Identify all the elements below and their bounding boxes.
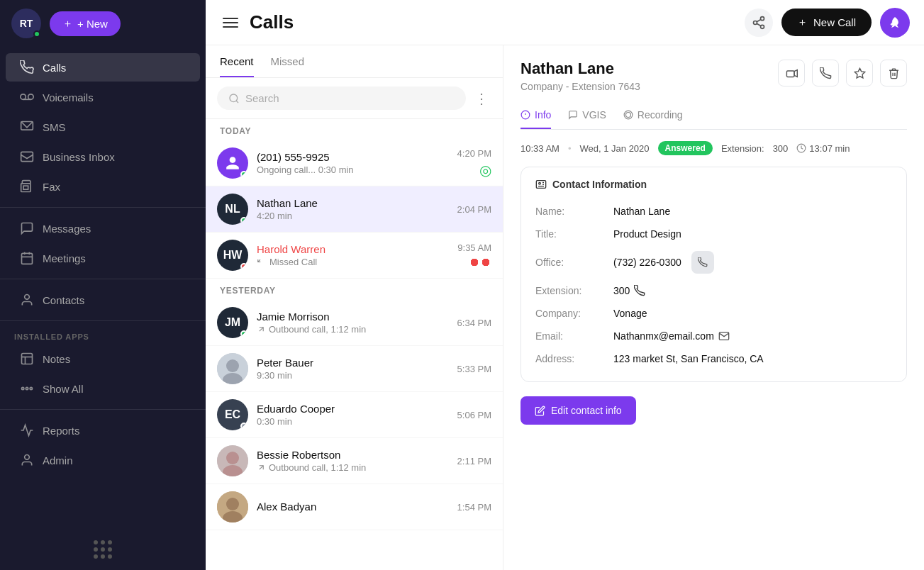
tab-recording[interactable]: Recording — [623, 104, 683, 129]
call-item[interactable]: Bessie Robertson Outbound call, 1:12 min… — [206, 438, 503, 484]
call-item[interactable]: Alex Badyan 1:54 PM — [206, 484, 503, 530]
call-item[interactable]: JM Jamie Morrison Outbound call, 1:12 mi… — [206, 300, 503, 346]
tab-info[interactable]: Info — [521, 104, 551, 129]
sidebar-item-voicemails[interactable]: Voicemails — [6, 83, 200, 111]
voicemail-icon: ⏺⏺ — [469, 256, 491, 269]
svg-point-19 — [760, 16, 764, 20]
call-avatar — [217, 353, 248, 384]
sidebar-item-label: Meetings — [43, 252, 86, 264]
tab-recent[interactable]: Recent — [220, 45, 254, 77]
installed-apps-label: INSTALLED APPS — [0, 327, 206, 344]
sidebar-item-fax[interactable]: Fax — [6, 172, 200, 201]
phone-icon — [20, 60, 34, 74]
call-meta: 2:04 PM — [457, 204, 491, 215]
contact-card-title: Contact Information — [535, 179, 892, 190]
search-input[interactable] — [245, 92, 455, 104]
call-avatar — [217, 445, 248, 476]
svg-line-26 — [236, 101, 238, 103]
call-item[interactable]: EC Eduardo Cooper 0:30 min 5:06 PM — [206, 392, 503, 438]
info-row-extension: Extension: 300 — [535, 279, 892, 302]
menu-icon[interactable] — [220, 15, 241, 30]
call-name: Eduardo Cooper — [257, 403, 449, 415]
meetings-icon — [20, 251, 34, 265]
star-button[interactable] — [846, 60, 873, 86]
tab-vgis[interactable]: VGIS — [568, 104, 606, 129]
sidebar-item-messages[interactable]: Messages — [6, 214, 200, 242]
sidebar-item-reports[interactable]: Reports — [6, 416, 200, 445]
outbound-icon — [257, 463, 266, 472]
call-sub: 0:30 min — [257, 416, 449, 427]
notes-icon — [20, 352, 34, 366]
missed-call-icon — [257, 257, 267, 267]
topbar-actions: ＋ New Call — [745, 8, 910, 38]
messages-icon — [20, 221, 34, 235]
call-item[interactable]: Peter Bauer 9:30 min 5:33 PM — [206, 346, 503, 392]
section-label-today: TODAY — [206, 119, 503, 140]
video-call-button[interactable] — [778, 60, 805, 86]
sidebar-item-contacts[interactable]: Contacts — [6, 286, 200, 314]
sidebar-item-label: SMS — [43, 121, 66, 133]
sidebar-item-calls[interactable]: Calls — [6, 53, 200, 82]
rocket-icon — [889, 16, 901, 29]
info-icon — [521, 110, 530, 120]
call-name: Jamie Morrison — [257, 311, 449, 323]
call-sub: Outbound call, 1:12 min — [257, 324, 449, 335]
sidebar-item-label: Contacts — [43, 294, 84, 306]
sms-icon — [20, 120, 34, 134]
video-icon — [786, 67, 798, 79]
call-name: Peter Bauer — [257, 357, 449, 369]
content: Recent Missed ⋮ TODAY — [206, 45, 924, 570]
svg-point-16 — [30, 387, 32, 389]
call-meta: 5:06 PM — [457, 410, 491, 420]
call-name: (201) 555-9925 — [257, 151, 449, 163]
svg-marker-40 — [855, 68, 864, 77]
svg-point-15 — [26, 387, 28, 389]
info-row-email: Email: Nathanmx@email.com — [535, 325, 892, 347]
sidebar-item-meetings[interactable]: Meetings — [6, 244, 200, 272]
call-item[interactable]: HW Harold Warren Missed Call 9:35 AM ⏺⏺ — [206, 233, 503, 279]
more-options-icon[interactable]: ⋮ — [472, 87, 491, 110]
call-avatar — [217, 491, 248, 522]
sidebar-item-show-all[interactable]: Show All — [6, 374, 200, 403]
svg-rect-6 — [23, 186, 28, 189]
sidebar-item-business-inbox[interactable]: Business Inbox — [6, 142, 200, 171]
connections-icon-button[interactable] — [745, 9, 773, 37]
sidebar-nav: Calls Voicemails SMS Business Inbox Fax … — [0, 47, 206, 529]
call-meta: 4:20 PM ◎ — [457, 148, 491, 179]
delete-button[interactable] — [880, 60, 907, 86]
svg-point-36 — [226, 498, 239, 510]
sidebar-item-notes[interactable]: Notes — [6, 345, 200, 373]
detail-actions — [778, 60, 907, 86]
page-title: Calls — [250, 11, 736, 33]
chat-icon — [568, 110, 578, 120]
detail-panel: Nathan Lane Company - Extension 7643 — [503, 45, 924, 570]
sidebar-item-sms[interactable]: SMS — [6, 113, 200, 141]
call-item[interactable]: NL Nathan Lane 4:20 min 2:04 PM — [206, 186, 503, 233]
sidebar-item-label: Notes — [43, 353, 70, 365]
phone-button[interactable] — [812, 60, 839, 86]
tab-missed[interactable]: Missed — [271, 45, 305, 77]
person-photo-placeholder — [217, 445, 248, 476]
calls-tabs: Recent Missed — [206, 45, 503, 78]
new-button[interactable]: ＋ + New — [50, 11, 121, 36]
info-row-name: Name: Nathan Lane — [535, 200, 892, 223]
call-item[interactable]: (201) 555-9925 Ongoing call... 0:30 min … — [206, 140, 503, 186]
office-call-button[interactable] — [691, 251, 714, 274]
rocket-button[interactable] — [880, 8, 910, 38]
edit-contact-button[interactable]: Edit contact info — [521, 396, 636, 425]
svg-point-24 — [894, 21, 896, 23]
call-sub: Missed Call — [257, 257, 449, 267]
phone-icon — [820, 67, 832, 79]
svg-rect-5 — [21, 184, 30, 192]
edit-icon — [535, 406, 545, 416]
svg-point-0 — [21, 94, 26, 100]
voicemail-icon — [20, 90, 34, 104]
new-call-button[interactable]: ＋ New Call — [781, 9, 872, 36]
svg-line-23 — [757, 19, 761, 21]
svg-point-32 — [226, 452, 239, 464]
sidebar-item-label: Admin — [43, 454, 73, 466]
dots-grid-icon[interactable] — [94, 540, 112, 559]
sidebar-item-admin[interactable]: Admin — [6, 446, 200, 474]
sidebar: RT ＋ + New Calls Voicemails SMS Business… — [0, 0, 206, 570]
svg-line-34 — [260, 466, 263, 469]
